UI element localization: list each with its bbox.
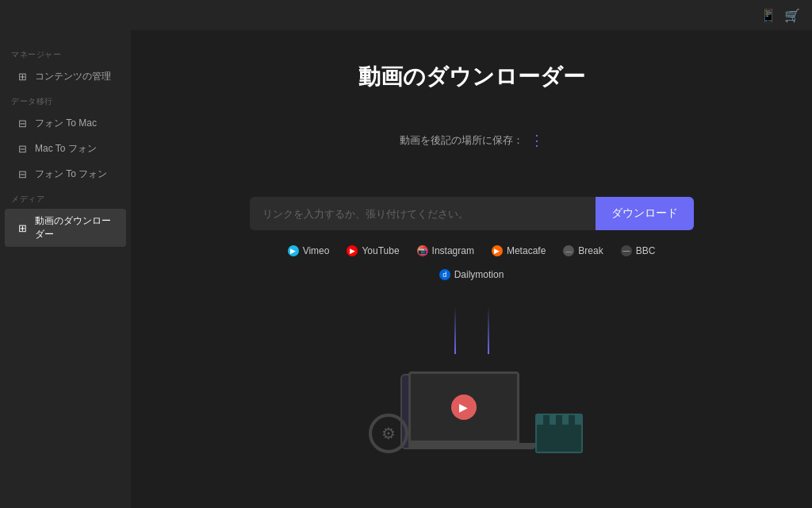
url-input[interactable]	[250, 197, 596, 230]
download-button[interactable]: ダウンロード	[596, 197, 694, 230]
dailymotion-label: Dailymotion	[454, 269, 504, 280]
laptop-base	[408, 443, 535, 449]
vimeo-dot: ▶	[288, 245, 299, 256]
bbc-dot: —	[621, 245, 632, 256]
service-pills: ▶ Vimeo ▶ YouTube 📷 Instagram ▶ Metacafe…	[250, 243, 694, 283]
sidebar-item-label: コンテンツの管理	[35, 70, 111, 83]
save-location-bar: 動画を後記の場所に保存： ⋮	[400, 132, 544, 149]
transfer-icon-1: ⊟	[16, 117, 29, 130]
sidebar-item-label: フォン To Mac	[35, 117, 97, 130]
vimeo-label: Vimeo	[303, 245, 330, 256]
cart-icon[interactable]: 🛒	[785, 8, 799, 22]
illustration: ⚙ ▶	[353, 306, 591, 465]
sidebar-section-manager: マネージャー	[0, 43, 131, 64]
save-location-label: 動画を後記の場所に保存：	[400, 133, 523, 148]
break-label: Break	[578, 245, 603, 256]
youtube-dot: ▶	[347, 245, 358, 256]
service-pill-break[interactable]: — Break	[558, 243, 607, 259]
bbc-label: BBC	[636, 245, 656, 256]
dailymotion-dot: d	[439, 269, 450, 280]
service-pill-instagram[interactable]: 📷 Instagram	[412, 243, 479, 259]
break-dot: —	[563, 245, 574, 256]
sidebar-item-video-downloader[interactable]: ⊞ 動画のダウンローダー	[5, 209, 126, 247]
sidebar-item-label: フォン To フォン	[35, 167, 107, 181]
main-content: 動画のダウンローダー 動画を後記の場所に保存： ⋮ ダウンロード ▶ Vimeo…	[131, 30, 812, 508]
transfer-icon-2: ⊟	[16, 143, 29, 156]
url-input-row: ダウンロード	[250, 197, 694, 230]
instagram-dot: 📷	[417, 245, 428, 256]
vert-line-right	[488, 306, 489, 354]
main-layout: マネージャー ⊞ コンテンツの管理 データ移行 ⊟ フォン To Mac ⊟ M…	[0, 30, 812, 508]
film-reel-illustration: ⚙	[369, 414, 408, 453]
url-section: ダウンロード ▶ Vimeo ▶ YouTube 📷 Instagram ▶ M…	[250, 197, 694, 283]
instagram-label: Instagram	[432, 245, 474, 256]
metacafe-dot: ▶	[492, 245, 503, 256]
service-pill-metacafe[interactable]: ▶ Metacafe	[487, 243, 550, 259]
metacafe-label: Metacafe	[507, 245, 546, 256]
sidebar-item-phone-to-phone[interactable]: ⊟ フォン To フォン	[5, 162, 126, 187]
sidebar-item-phone-to-mac[interactable]: ⊟ フォン To Mac	[5, 111, 126, 136]
vert-lines	[454, 306, 489, 354]
save-location-options[interactable]: ⋮	[530, 132, 544, 149]
service-pill-dailymotion[interactable]: d Dailymotion	[435, 267, 509, 283]
service-pill-bbc[interactable]: — BBC	[616, 243, 661, 259]
sidebar-item-content-manager[interactable]: ⊞ コンテンツの管理	[5, 64, 126, 89]
title-bar: 📱 🛒	[0, 0, 812, 30]
vert-line-left	[454, 306, 456, 354]
sidebar-item-label: 動画のダウンローダー	[35, 214, 115, 241]
youtube-label: YouTube	[362, 245, 399, 256]
title-bar-icons: 📱 🛒	[761, 8, 799, 22]
grid-icon: ⊞	[16, 71, 29, 83]
transfer-icon-3: ⊟	[16, 168, 29, 181]
sidebar-item-label: Mac To フォン	[35, 142, 97, 156]
download-icon: ⊞	[16, 221, 29, 234]
laptop-screen: ▶	[408, 371, 519, 443]
sidebar: マネージャー ⊞ コンテンツの管理 データ移行 ⊟ フォン To Mac ⊟ M…	[0, 30, 131, 508]
page-title: 動画のダウンローダー	[358, 62, 585, 92]
service-pill-vimeo[interactable]: ▶ Vimeo	[283, 243, 335, 259]
laptop-illustration: ▶	[408, 371, 535, 449]
play-button-illustration: ▶	[451, 394, 477, 420]
service-pill-youtube[interactable]: ▶ YouTube	[342, 243, 404, 259]
phone-icon[interactable]: 📱	[761, 8, 776, 22]
clapboard-top	[537, 415, 581, 425]
clapboard-illustration	[535, 414, 583, 453]
sidebar-section-data-migration: データ移行	[0, 90, 131, 110]
sidebar-item-mac-to-phone[interactable]: ⊟ Mac To フォン	[5, 137, 126, 161]
sidebar-section-media: メディア	[0, 187, 131, 208]
